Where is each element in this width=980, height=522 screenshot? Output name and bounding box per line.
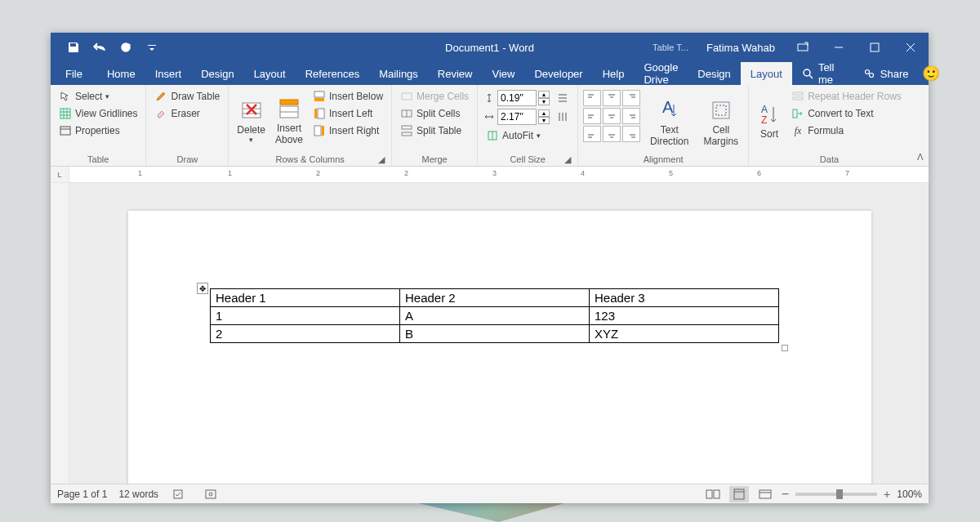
zoom-in-button[interactable]: +	[884, 488, 890, 501]
table-cell[interactable]: 2	[211, 325, 400, 343]
svg-rect-26	[314, 109, 317, 118]
svg-rect-24	[314, 98, 324, 101]
read-mode-button[interactable]	[703, 486, 723, 502]
table-move-handle[interactable]: ✥	[197, 283, 208, 294]
group-label-draw: Draw	[149, 153, 225, 166]
zoom-thumb[interactable]	[836, 489, 843, 499]
table-cell[interactable]: Header 1	[211, 289, 400, 307]
align-mid-left[interactable]	[583, 108, 601, 124]
text-direction-button[interactable]: A TextDirection	[645, 90, 693, 153]
insert-right-button[interactable]: Insert Right	[310, 123, 386, 139]
close-button[interactable]	[893, 33, 929, 62]
page-indicator[interactable]: Page 1 of 1	[57, 489, 107, 500]
align-top-center[interactable]	[603, 90, 621, 106]
tab-table-layout[interactable]: Layout	[741, 62, 792, 85]
align-bot-right[interactable]	[622, 126, 640, 142]
ribbon-display-button[interactable]	[785, 33, 821, 62]
view-gridlines-button[interactable]: View Gridlines	[56, 105, 140, 122]
align-mid-right[interactable]	[622, 108, 640, 124]
tell-me-label: Tell me	[818, 61, 843, 86]
print-layout-button[interactable]	[729, 486, 749, 502]
dialog-launcher-cellsize[interactable]: ◢	[563, 154, 572, 164]
autofit-button[interactable]: AutoFit ▾	[483, 127, 550, 144]
page[interactable]: ✥ Header 1 Header 2 Header 3 1 A 123 2 B	[128, 211, 871, 484]
share-button[interactable]: Share	[853, 62, 919, 85]
select-button[interactable]: Select ▾	[56, 88, 140, 105]
tab-view[interactable]: View	[482, 62, 524, 85]
table-cell[interactable]: Header 3	[590, 289, 779, 307]
insert-above-button[interactable]: InsertAbove	[270, 87, 308, 153]
height-down[interactable]: ▼	[538, 98, 550, 105]
zoom-level[interactable]: 100%	[897, 489, 922, 500]
col-width-input[interactable]	[497, 109, 537, 125]
tab-review[interactable]: Review	[428, 62, 483, 85]
word-count[interactable]: 12 words	[118, 489, 158, 500]
save-button[interactable]	[62, 36, 85, 59]
tab-insert[interactable]: Insert	[145, 62, 192, 85]
vertical-ruler[interactable]	[51, 183, 69, 484]
user-name[interactable]: Fatima Wahab	[697, 42, 785, 54]
table-cell[interactable]: 123	[590, 307, 779, 325]
tab-mailings[interactable]: Mailings	[369, 62, 428, 85]
convert-to-text-button[interactable]: Convert to Text	[788, 105, 905, 122]
document-table[interactable]: Header 1 Header 2 Header 3 1 A 123 2 B X…	[210, 288, 779, 343]
collapse-ribbon-button[interactable]: ᐱ	[917, 152, 924, 163]
cell-margins-button[interactable]: CellMargins	[698, 90, 743, 153]
sort-button[interactable]: AZ Sort	[752, 87, 786, 153]
align-top-right[interactable]	[622, 90, 640, 106]
macro-icon[interactable]	[201, 486, 220, 502]
distribute-rows-button[interactable]	[553, 90, 572, 106]
merge-icon	[400, 90, 413, 103]
row-height-input[interactable]	[497, 90, 537, 106]
zoom-out-button[interactable]: −	[782, 487, 789, 502]
align-mid-center[interactable]	[603, 108, 621, 124]
group-label-merge: Merge	[395, 153, 474, 166]
tab-references[interactable]: References	[296, 62, 369, 85]
split-cells-button[interactable]: Split Cells	[397, 105, 472, 122]
maximize-button[interactable]	[857, 33, 893, 62]
distribute-cols-button[interactable]	[553, 109, 572, 125]
tab-help[interactable]: Help	[593, 62, 635, 85]
tab-file[interactable]: File	[51, 62, 97, 85]
draw-table-button[interactable]: Draw Table	[151, 88, 223, 105]
table-cell[interactable]: B	[400, 325, 590, 343]
tab-table-design[interactable]: Design	[688, 62, 740, 85]
align-bot-center[interactable]	[603, 126, 621, 142]
formula-button[interactable]: fxFormula	[788, 123, 905, 139]
align-top-left[interactable]	[583, 90, 601, 106]
table-cell[interactable]: A	[400, 307, 590, 325]
dialog-launcher-rows[interactable]: ◢	[376, 154, 386, 164]
insert-left-button[interactable]: Insert Left	[310, 105, 386, 122]
split-table-button[interactable]: Split Table	[397, 123, 472, 139]
row-height-field: ▲▼	[483, 90, 550, 106]
width-up[interactable]: ▲	[538, 109, 550, 117]
tab-google-drive[interactable]: Google Drive	[634, 62, 688, 85]
web-layout-button[interactable]	[755, 486, 775, 502]
tab-layout[interactable]: Layout	[244, 62, 296, 85]
width-down[interactable]: ▼	[538, 117, 550, 124]
eraser-button[interactable]: Eraser	[151, 105, 223, 122]
width-icon	[483, 110, 496, 123]
feedback-smiley-icon[interactable]: 🙂	[919, 62, 945, 85]
undo-button[interactable]	[88, 36, 111, 59]
document-scroll[interactable]: ✥ Header 1 Header 2 Header 3 1 A 123 2 B	[69, 183, 929, 484]
insert-below-button[interactable]: Insert Below	[310, 88, 386, 105]
properties-button[interactable]: Properties	[56, 123, 140, 139]
align-bot-left[interactable]	[583, 126, 601, 142]
height-up[interactable]: ▲	[538, 91, 550, 98]
table-cell[interactable]: 1	[211, 307, 400, 325]
tab-developer[interactable]: Developer	[524, 62, 592, 85]
minimize-button[interactable]	[821, 33, 857, 62]
tab-home[interactable]: Home	[97, 62, 145, 85]
tell-me-search[interactable]: Tell me	[792, 62, 853, 85]
spelling-icon[interactable]	[170, 486, 189, 502]
table-resize-handle[interactable]	[782, 345, 788, 351]
zoom-slider[interactable]	[795, 493, 877, 496]
delete-button[interactable]: Delete▾	[232, 87, 270, 153]
table-cell[interactable]: Header 2	[400, 289, 590, 307]
table-cell[interactable]: XYZ	[590, 325, 779, 343]
tab-design[interactable]: Design	[191, 62, 243, 85]
horizontal-ruler[interactable]: 1 1 2 2 3 4 5 6 7	[69, 167, 929, 182]
qat-customize-button[interactable]	[140, 36, 163, 59]
redo-button[interactable]	[114, 36, 137, 59]
